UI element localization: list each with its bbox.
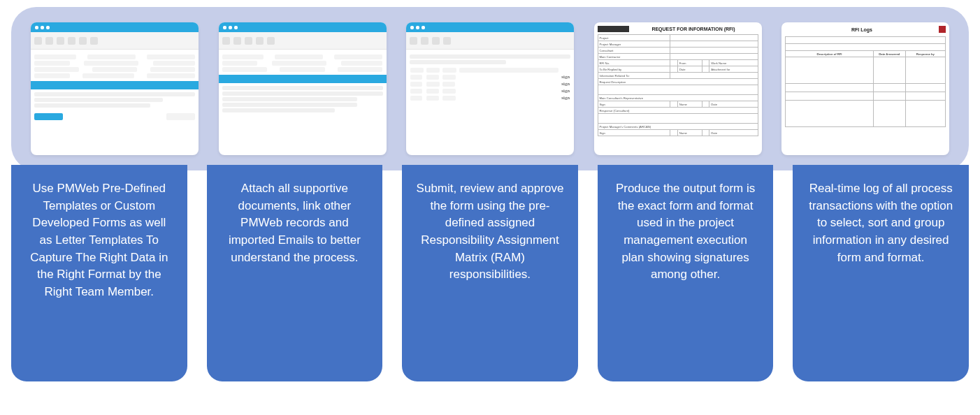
rfi-doc-title: REQUEST FOR INFORMATION (RFI) (651, 27, 735, 31)
card-workflow: Submit, review and approve the form usin… (402, 165, 578, 381)
card-realtime-log: Real-time log of all process transaction… (793, 165, 969, 381)
thumb-workflow: sign sign sign sign (406, 22, 574, 155)
card-templates: Use PMWeb Pre-Defined Templates or Custo… (11, 165, 187, 381)
lbl-project: Project (598, 35, 670, 41)
rfi-log-title: RFI Logs (851, 27, 872, 32)
logo-small (939, 26, 946, 33)
card-text: Produce the output form is the exact for… (612, 180, 760, 284)
card-text: Use PMWeb Pre-Defined Templates or Custo… (25, 180, 173, 300)
thumb-pmweb-template (31, 22, 199, 155)
card-text: Attach all supportive documents, link ot… (221, 180, 369, 266)
card-attachments: Attach all supportive documents, link ot… (207, 165, 383, 381)
card-text: Submit, review and approve the form usin… (416, 180, 564, 284)
cards-row: Use PMWeb Pre-Defined Templates or Custo… (0, 165, 980, 381)
logo-arcan (598, 26, 629, 32)
thumb-rfi-log: RFI Logs Description of RFI Date Answere… (781, 22, 949, 155)
thumb-attachments (219, 22, 387, 155)
thumb-rfi-document: REQUEST FOR INFORMATION (RFI) Project Pr… (594, 22, 762, 155)
thumbnail-band: sign sign sign sign REQUEST FOR INFORMAT… (11, 7, 969, 170)
card-output-form: Produce the output form is the exact for… (598, 165, 774, 381)
card-text: Real-time log of all process transaction… (807, 180, 955, 266)
